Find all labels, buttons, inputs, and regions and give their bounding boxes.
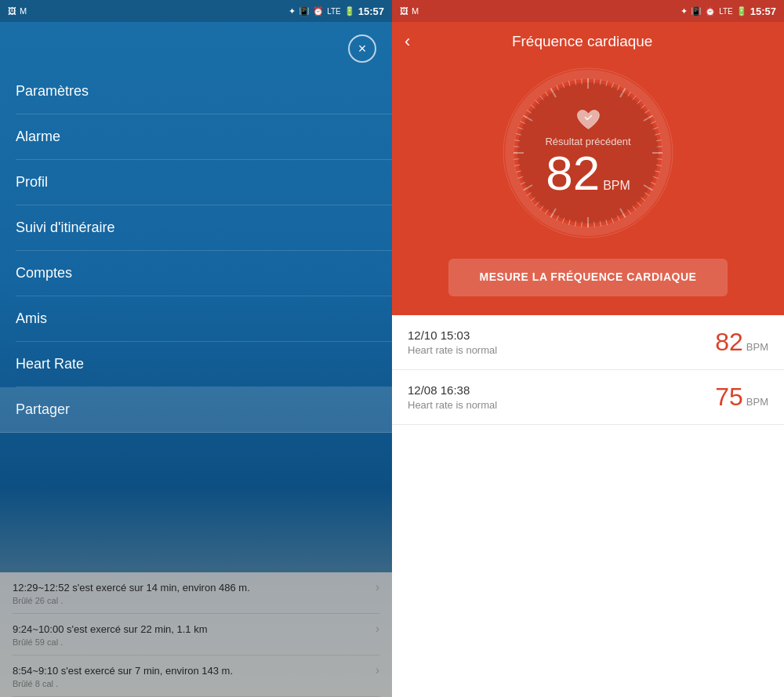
menu-item-alarme[interactable]: Alarme bbox=[16, 114, 392, 160]
vibrate-icon: 📳 bbox=[299, 6, 310, 16]
right-status-right-icons: ✦ 📳 ⏰ LTE 🔋 15:57 bbox=[681, 5, 776, 17]
gauge-container: // ticks will be drawn inline below bbox=[498, 63, 678, 243]
right-bluetooth-icon: ✦ bbox=[681, 6, 688, 16]
back-button[interactable]: ‹ bbox=[405, 31, 410, 52]
close-button[interactable]: × bbox=[348, 34, 376, 63]
history-date-1: 12/08 16:38 bbox=[408, 383, 497, 397]
left-panel: 🖼 M ✦ 📳 ⏰ LTE 🔋 15:57 × Paramètres Alarm… bbox=[0, 0, 392, 697]
menu-item-suivi[interactable]: Suivi d'itinéraire bbox=[16, 205, 392, 251]
right-battery-icon: 🔋 bbox=[736, 6, 747, 16]
activity-text-1: 9:24~10:00 s'est exercé sur 22 min, 1.1 … bbox=[13, 623, 369, 635]
alarm-icon: ⏰ bbox=[313, 6, 324, 16]
arrow-icon-1: › bbox=[376, 622, 379, 636]
activity-sub-0: Brûlé 26 cal . bbox=[13, 596, 379, 605]
right-gmail-icon: M bbox=[412, 6, 419, 16]
history-right-1: 75 BPM bbox=[715, 383, 768, 412]
right-time: 15:57 bbox=[750, 5, 776, 17]
close-icon: × bbox=[358, 41, 367, 57]
history-bpm-unit-0: BPM bbox=[746, 341, 768, 353]
menu-item-profil[interactable]: Profil bbox=[16, 160, 392, 205]
heart-rate-header: ‹ Fréquence cardiaque // ticks will be d… bbox=[392, 22, 784, 315]
left-status-right-icons: ✦ 📳 ⏰ LTE 🔋 15:57 bbox=[289, 5, 384, 17]
battery-icon: 🔋 bbox=[344, 6, 355, 16]
menu-item-comptes[interactable]: Comptes bbox=[16, 251, 392, 296]
history-bpm-value-0: 82 bbox=[715, 328, 743, 357]
history-status-0: Heart rate is normal bbox=[408, 344, 497, 356]
menu-list: Paramètres Alarme Profil Suivi d'itinéra… bbox=[0, 69, 392, 572]
close-button-area: × bbox=[0, 22, 392, 69]
activity-sub-2: Brûlé 8 cal . bbox=[13, 679, 379, 688]
activity-feed: 12:29~12:52 s'est exercé sur 14 min, env… bbox=[0, 572, 392, 697]
left-time: 15:57 bbox=[358, 5, 384, 17]
history-status-1: Heart rate is normal bbox=[408, 399, 497, 411]
heart-icon bbox=[575, 109, 601, 131]
lte-icon: LTE bbox=[327, 7, 341, 16]
menu-item-heartrate[interactable]: Heart Rate bbox=[16, 342, 392, 387]
measure-heart-rate-button[interactable]: MESURE LA FRÉQUENCE CARDIAQUE bbox=[448, 259, 728, 296]
history-bpm-unit-1: BPM bbox=[746, 396, 768, 408]
arrow-icon-0: › bbox=[376, 580, 379, 594]
right-lte-icon: LTE bbox=[719, 7, 733, 16]
right-status-left-icons: 🖼 M bbox=[400, 6, 419, 16]
gmail-icon: M bbox=[20, 6, 27, 16]
left-status-icons: 🖼 M bbox=[8, 6, 27, 16]
bluetooth-icon: ✦ bbox=[289, 6, 296, 16]
history-item-0: 12/10 15:03 Heart rate is normal 82 BPM bbox=[392, 315, 784, 370]
right-alarm-icon: ⏰ bbox=[705, 6, 716, 16]
history-item-1: 12/08 16:38 Heart rate is normal 75 BPM bbox=[392, 370, 784, 425]
right-panel: 🖼 M ✦ 📳 ⏰ LTE 🔋 15:57 ‹ Fréquence cardia… bbox=[392, 0, 784, 697]
list-item[interactable]: 12:29~12:52 s'est exercé sur 14 min, env… bbox=[13, 572, 379, 614]
gauge-number: 82 bbox=[546, 149, 600, 198]
gauge-value-display: 82 BPM bbox=[546, 149, 630, 198]
list-item[interactable]: 9:24~10:00 s'est exercé sur 22 min, 1.1 … bbox=[13, 614, 379, 655]
history-left-1: 12/08 16:38 Heart rate is normal bbox=[408, 383, 497, 411]
right-vibrate-icon: 📳 bbox=[691, 6, 702, 16]
history-left-0: 12/10 15:03 Heart rate is normal bbox=[408, 329, 497, 356]
gallery-icon: 🖼 bbox=[8, 6, 16, 16]
menu-item-parametres[interactable]: Paramètres bbox=[16, 69, 392, 114]
activity-sub-1: Brûlé 59 cal . bbox=[13, 637, 379, 647]
history-list: 12/10 15:03 Heart rate is normal 82 BPM … bbox=[392, 315, 784, 697]
menu-item-amis[interactable]: Amis bbox=[16, 296, 392, 342]
arrow-icon-2: › bbox=[376, 663, 379, 677]
header-nav: ‹ Fréquence cardiaque bbox=[392, 22, 784, 55]
gauge-unit: BPM bbox=[603, 180, 630, 192]
activity-text-0: 12:29~12:52 s'est exercé sur 14 min, env… bbox=[13, 582, 369, 594]
page-title: Fréquence cardiaque bbox=[419, 33, 745, 50]
list-item[interactable]: 8:54~9:10 s'est exercé sur 7 min, enviro… bbox=[13, 655, 379, 697]
history-date-0: 12/10 15:03 bbox=[408, 329, 497, 342]
activity-text-2: 8:54~9:10 s'est exercé sur 7 min, enviro… bbox=[13, 665, 369, 677]
history-bpm-value-1: 75 bbox=[715, 383, 743, 412]
right-gallery-icon: 🖼 bbox=[400, 6, 408, 16]
menu-item-partager[interactable]: Partager bbox=[0, 387, 392, 433]
status-bar-right: 🖼 M ✦ 📳 ⏰ LTE 🔋 15:57 bbox=[392, 0, 784, 22]
history-right-0: 82 BPM bbox=[715, 328, 768, 357]
status-bar-left: 🖼 M ✦ 📳 ⏰ LTE 🔋 15:57 bbox=[0, 0, 392, 22]
gauge-inner: Résultat précédent 82 BPM bbox=[545, 109, 630, 198]
